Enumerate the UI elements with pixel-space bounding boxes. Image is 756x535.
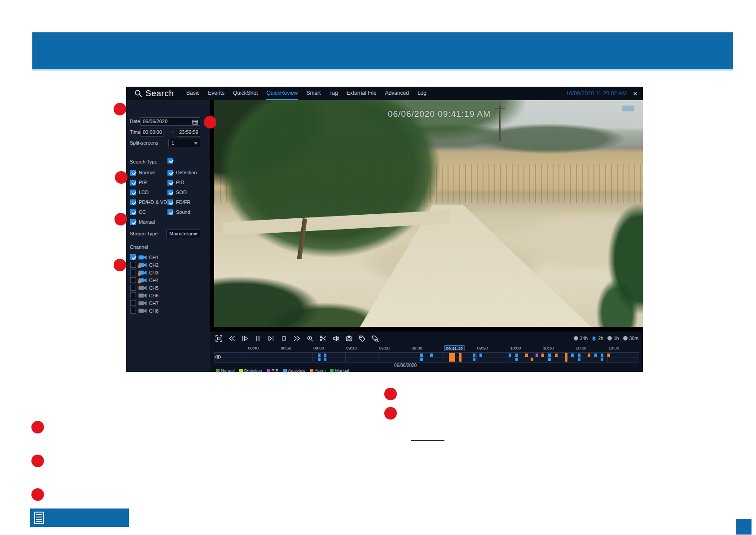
checkbox-icon[interactable] (130, 270, 136, 275)
search-type-option[interactable]: Normal (130, 168, 167, 177)
stream-type-value: Mainstream (169, 231, 195, 236)
digital-zoom-button[interactable] (305, 334, 315, 343)
split-screens-value: 1 (171, 140, 174, 146)
stop-button[interactable] (279, 334, 289, 343)
tab[interactable]: Basic (186, 87, 199, 100)
split-screens-row: Split-screens 1 (126, 139, 210, 148)
search-icon (134, 89, 142, 97)
checkbox-icon[interactable] (167, 180, 173, 186)
time-to-input[interactable]: 23:59:59 (177, 128, 200, 137)
legend-label: PIR (272, 368, 279, 373)
search-type-option[interactable]: PID (167, 177, 197, 187)
split-screens-select[interactable]: 1 (168, 139, 200, 147)
legend-item: Detection (239, 368, 262, 373)
cut-button[interactable] (318, 334, 328, 343)
checkbox-icon[interactable] (130, 209, 136, 215)
tab[interactable]: QuickShot (233, 87, 258, 100)
date-input[interactable]: 06/06/2020 (141, 117, 200, 126)
checkbox-icon[interactable] (130, 170, 136, 176)
volume-button[interactable] (331, 334, 341, 343)
camera-icon (138, 278, 147, 283)
search-type-option[interactable]: PD/HD & VD (130, 197, 167, 207)
stream-type-select[interactable]: Mainstream (166, 230, 200, 238)
callout-dot (31, 455, 44, 467)
timeline-marker (515, 354, 518, 357)
timeline-zoom-option[interactable]: 24h (574, 336, 588, 341)
frame-step-button[interactable] (266, 334, 276, 343)
slow-play-button[interactable] (240, 334, 250, 343)
checkbox-icon[interactable] (167, 170, 173, 176)
checkbox-icon[interactable] (130, 199, 136, 205)
search-type-option-label: FD/FR (176, 199, 190, 205)
search-type-option[interactable]: LCD (130, 187, 167, 197)
checkbox-icon[interactable] (130, 308, 136, 314)
channel-option-label: CH8 (149, 308, 158, 314)
tab[interactable]: External File (347, 87, 377, 100)
timeline-zoom-option[interactable]: 30m (623, 336, 638, 341)
checkbox-icon[interactable] (130, 254, 136, 260)
timeline-tick-label: 08:40 (248, 345, 259, 350)
timeline-marker (318, 354, 321, 357)
rewind-button[interactable] (227, 334, 237, 343)
channel-option[interactable]: CH3 (130, 269, 210, 276)
checkbox-icon[interactable] (167, 209, 173, 215)
calendar-icon[interactable] (192, 119, 198, 125)
checkbox-icon[interactable] (130, 292, 136, 298)
date-row: Date 06/06/2020 (126, 117, 210, 126)
timeline-zoom-option[interactable]: 1h (607, 336, 619, 341)
channel-option[interactable]: CH4 (130, 276, 210, 284)
snapshot-button[interactable] (344, 334, 354, 343)
search-type-option[interactable]: SOD (167, 187, 197, 197)
search-type-option[interactable]: CC (130, 207, 167, 217)
time-from-input[interactable]: 00:00:00 (141, 128, 163, 137)
checkbox-icon[interactable] (130, 262, 136, 268)
close-icon[interactable]: × (633, 90, 637, 97)
checkbox-icon[interactable] (130, 180, 136, 186)
tab[interactable]: Advanced (385, 87, 409, 100)
camera-icon (138, 262, 147, 268)
channel-option[interactable]: CH7 (130, 299, 210, 307)
tab[interactable]: QuickReview (266, 87, 298, 100)
timeline-zoom-option[interactable]: 2h (592, 336, 603, 341)
timeline-marker (420, 354, 423, 357)
timeline-tick-label: 09:00 (313, 345, 324, 350)
checkbox-icon[interactable] (130, 285, 136, 291)
search-type-option[interactable]: Sound (167, 207, 197, 217)
callout-dot (114, 103, 126, 115)
timeline-marker (324, 354, 326, 357)
timeline-date: 06/06/2020 (394, 363, 417, 368)
checkbox-icon[interactable] (167, 199, 173, 205)
tab[interactable]: Log (418, 87, 426, 100)
fast-forward-button[interactable] (292, 334, 302, 343)
checkbox-icon[interactable] (130, 190, 136, 195)
channel-option[interactable]: CH2 (130, 261, 210, 269)
video-player[interactable]: 06/06/2020 09:41:19 AM (210, 100, 643, 332)
add-tag-button[interactable] (357, 334, 367, 343)
search-type-option[interactable]: PIR (130, 177, 167, 187)
channel-option[interactable]: CH5 (130, 284, 210, 292)
tab[interactable]: Smart (306, 87, 321, 100)
channel-option[interactable]: CH8 (130, 307, 210, 314)
fullscreen-button[interactable] (214, 334, 224, 343)
search-type-all-checkbox[interactable] (167, 158, 173, 164)
legend-item: Alarm (310, 368, 326, 373)
eye-icon[interactable] (215, 354, 221, 359)
timeline-track[interactable] (214, 352, 639, 363)
legend-item: PIR (267, 368, 279, 373)
search-type-option[interactable]: Manual (130, 217, 167, 227)
search-type-option[interactable]: Detection (167, 168, 197, 177)
tab[interactable]: Events (208, 87, 224, 100)
pause-button[interactable] (253, 334, 263, 343)
checkbox-icon[interactable] (167, 190, 173, 195)
tab[interactable]: Tag (329, 87, 338, 100)
search-tag-button[interactable] (370, 334, 380, 343)
checkbox-icon[interactable] (130, 300, 136, 306)
checkbox-icon[interactable] (130, 219, 136, 225)
channel-option[interactable]: CH1 (130, 253, 210, 261)
search-type-option-label: Normal (139, 170, 154, 175)
checkbox-icon[interactable] (130, 277, 136, 283)
channel-option[interactable]: CH6 (130, 292, 210, 299)
search-type-option-label: PD/HD & VD (139, 199, 167, 205)
search-type-option[interactable]: FD/FR (167, 197, 197, 207)
legend-label: Alarm (315, 368, 326, 373)
